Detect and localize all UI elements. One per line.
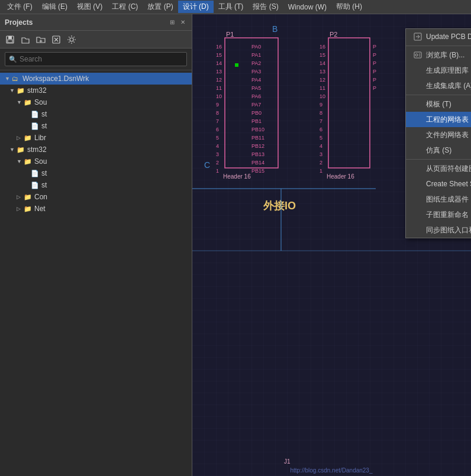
- menu-report[interactable]: 报告 (S): [248, 1, 283, 13]
- template-label: 模板 (T): [426, 99, 451, 109]
- tree-libr[interactable]: ▷ 📁 Libr: [0, 132, 192, 144]
- svg-text:PA4: PA4: [251, 77, 261, 83]
- menu-window[interactable]: Window (W): [283, 2, 331, 12]
- project-tree: ▼ 🗂 Workspace1.DsnWrk ▼ 📁 stm32 ▼ 📁 Sou …: [0, 70, 192, 476]
- menu-project[interactable]: 工程 (C): [107, 1, 143, 13]
- svg-text:http://blog.csdn.net/Dandan23_: http://blog.csdn.net/Dandan23_: [291, 467, 373, 474]
- svg-text:PA7: PA7: [251, 102, 261, 108]
- svg-text:P: P: [373, 44, 376, 50]
- design-dropdown: Update PCB Document stm32f103c8t6最小系统.Pc…: [405, 28, 471, 238]
- save-icon[interactable]: [4, 33, 17, 46]
- workspace-label: Workspace1.DsnWrk: [22, 75, 89, 83]
- separator-3: [406, 159, 471, 160]
- tree-st-1a[interactable]: ▷ 📄 st: [0, 108, 192, 120]
- search-icon: 🔍: [9, 56, 17, 63]
- svg-text:P: P: [373, 60, 376, 66]
- svg-text:PB1: PB1: [251, 118, 262, 124]
- svg-text:1: 1: [320, 168, 322, 174]
- tree-con[interactable]: ▷ 📁 Con: [0, 191, 192, 203]
- svg-text:P2: P2: [330, 31, 337, 38]
- svg-text:3: 3: [216, 151, 219, 157]
- svg-text:PA0: PA0: [251, 44, 261, 50]
- menu-gen-int-lib[interactable]: 生成集成库 (A): [406, 78, 471, 93]
- menu-sync-ports[interactable]: 同步图纸入口和端口 (P): [406, 222, 471, 238]
- svg-text:C: C: [204, 160, 210, 170]
- svg-text:PA6: PA6: [251, 93, 261, 99]
- menu-file[interactable]: 文件 (F): [2, 1, 37, 13]
- menu-view[interactable]: 视图 (V): [72, 1, 107, 13]
- menu-update-pcb[interactable]: Update PCB Document stm32f103c8t6最小系统.Pc…: [406, 29, 471, 44]
- svg-text:5: 5: [216, 135, 219, 141]
- tree-stm32-1[interactable]: ▼ 📁 stm32: [0, 85, 192, 96]
- tree-st-2a-label: st: [41, 169, 47, 177]
- svg-text:PA2: PA2: [251, 60, 261, 66]
- panel-header: Projects ⊞ ✕: [0, 14, 192, 31]
- open-icon[interactable]: [19, 33, 32, 46]
- tree-workspace[interactable]: ▼ 🗂 Workspace1.DsnWrk: [0, 73, 192, 85]
- tree-st-1a-label: st: [41, 110, 47, 118]
- menu-browse-lib[interactable]: 浏览库 (B)...: [406, 47, 471, 63]
- svg-text:Header 16: Header 16: [223, 173, 251, 180]
- settings-icon[interactable]: [65, 33, 78, 46]
- tree-net[interactable]: ▷ 📁 Net: [0, 203, 192, 215]
- menu-file-netlist[interactable]: 文件的网络表 (E) ▶: [406, 127, 471, 143]
- close-panel-icon[interactable]: ✕: [179, 18, 187, 27]
- menu-place[interactable]: 放置 (P): [143, 1, 178, 13]
- menu-help[interactable]: 帮助 (H): [331, 1, 367, 13]
- menu-project-netlist[interactable]: 工程的网络表 (N) ▶ Cadnetix Calay EDIF for PCB…: [406, 112, 471, 127]
- tree-st-1b[interactable]: ▷ 📄 st: [0, 120, 192, 132]
- svg-text:6: 6: [320, 127, 322, 132]
- menu-create-symbol[interactable]: Create Sheet Symbol From Sheet: [406, 176, 471, 192]
- sheet-to-comp-label: 图纸生成器件: [426, 195, 469, 205]
- tree-sou-2[interactable]: ▼ 📁 Sou: [0, 156, 192, 167]
- svg-text:13: 13: [320, 69, 325, 75]
- svg-text:PB14: PB14: [251, 160, 264, 166]
- panel-controls: ⊞ ✕: [168, 18, 187, 27]
- search-wrap: 🔍: [5, 52, 187, 66]
- tree-st-2b[interactable]: ▷ 📄 st: [0, 179, 192, 191]
- tree-sou-1-label: Sou: [34, 98, 47, 106]
- menu-sheet-to-comp[interactable]: 图纸生成器件: [406, 192, 471, 207]
- svg-text:8: 8: [216, 110, 219, 116]
- svg-text:PB10: PB10: [251, 127, 264, 132]
- browse-lib-label: 浏览库 (B)...: [426, 50, 464, 60]
- right-area: B C P1 16 15 14 13 12 11 10 9 8 7 6 5 4: [192, 14, 471, 476]
- menu-simulate[interactable]: 仿真 (S) ▶: [406, 143, 471, 158]
- svg-text:16: 16: [320, 44, 325, 50]
- svg-text:PB15: PB15: [251, 168, 264, 174]
- svg-text:10: 10: [216, 93, 222, 99]
- search-input[interactable]: [20, 55, 183, 63]
- browse-lib-icon: [413, 51, 422, 59]
- menu-gen-sch-lib[interactable]: 生成原理图库 (M): [406, 63, 471, 78]
- tree-con-label: Con: [34, 193, 47, 201]
- new-folder-icon[interactable]: [34, 33, 47, 46]
- svg-text:11: 11: [216, 85, 222, 91]
- svg-text:3: 3: [320, 151, 322, 157]
- svg-rect-2: [8, 40, 12, 43]
- menu-rename-sub[interactable]: 子图重新命名 (C)...: [406, 207, 471, 222]
- search-row: 🔍: [0, 48, 192, 70]
- svg-text:B: B: [272, 24, 278, 34]
- tree-sou-1[interactable]: ▼ 📁 Sou: [0, 96, 192, 108]
- menu-create-sheet[interactable]: 从页面符创建图纸 (R): [406, 161, 471, 176]
- menu-edit[interactable]: 编辑 (E): [37, 1, 72, 13]
- svg-text:P1: P1: [226, 31, 234, 38]
- pin-icon[interactable]: ⊞: [168, 18, 176, 27]
- svg-text:12: 12: [216, 77, 222, 83]
- svg-text:5: 5: [320, 135, 322, 141]
- svg-text:10: 10: [320, 93, 325, 99]
- menu-design[interactable]: 设计 (D): [178, 1, 214, 13]
- menu-tools[interactable]: 工具 (T): [214, 1, 249, 13]
- svg-text:7: 7: [216, 118, 219, 124]
- svg-text:PB0: PB0: [251, 110, 262, 116]
- close-doc-icon[interactable]: [50, 33, 63, 46]
- menu-template[interactable]: 模板 (T) ▶: [406, 96, 471, 112]
- svg-text:11: 11: [320, 85, 325, 91]
- file-netlist-label: 文件的网络表 (E): [426, 130, 471, 140]
- svg-text:P: P: [373, 69, 376, 75]
- tree-stm32-2[interactable]: ▼ 📁 stm32: [0, 144, 192, 156]
- svg-text:PA1: PA1: [251, 52, 261, 58]
- panel-toolbar: [0, 31, 192, 48]
- simulate-label: 仿真 (S): [426, 145, 451, 156]
- tree-st-2a[interactable]: ▷ 📄 st: [0, 167, 192, 179]
